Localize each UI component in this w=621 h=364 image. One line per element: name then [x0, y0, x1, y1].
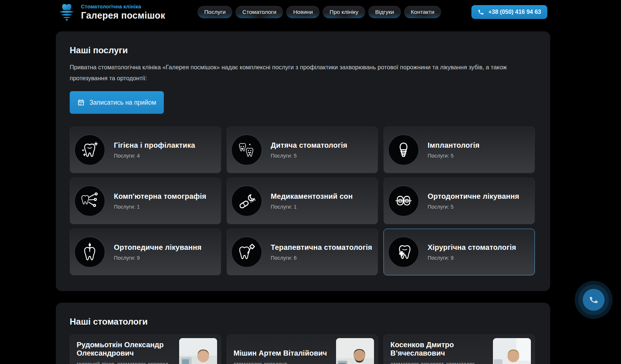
doctor-name: Мішин Артем Віталійович [234, 341, 333, 357]
service-count: Послуги: 1 [271, 204, 353, 210]
services-grid: Гігієна і профілактика Послуги: 4 Дитяча… [70, 127, 536, 275]
service-count: Послуги: 5 [271, 153, 347, 159]
phone-icon [588, 294, 599, 305]
implant-icon [389, 135, 418, 165]
clinic-logo-icon [58, 3, 76, 21]
main-nav: Послуги Стоматологи Новини Про клініку В… [197, 6, 441, 18]
logo[interactable]: Стоматологічна клініка Галерея посмішок [58, 3, 165, 21]
nav-item-contacts[interactable]: Контакти [404, 6, 441, 18]
tooth-drill-icon [232, 237, 262, 267]
logo-title: Галерея посмішок [81, 10, 165, 21]
floating-call-button[interactable] [575, 281, 613, 319]
doctor-role: головний лікар, стоматолог-ортопед, [77, 360, 174, 364]
doctor-role: стоматолог-терапевт, стоматолог- [390, 360, 488, 364]
service-title: Терапевтична стоматологія [271, 243, 372, 252]
service-card-orthopedic[interactable]: Ортопедичне лікування Послуги: 9 [70, 229, 221, 275]
nav-item-news[interactable]: Новини [286, 6, 320, 18]
service-count: Послуги: 9 [114, 255, 201, 261]
calendar-icon [77, 99, 85, 106]
logo-subtitle: Стоматологічна клініка [81, 4, 165, 9]
phone-icon [478, 9, 484, 15]
service-count: Послуги: 9 [428, 255, 516, 261]
service-card-kids[interactable]: Дитяча стоматологія Послуги: 5 [227, 127, 378, 173]
service-card-hygiene[interactable]: Гігієна і профілактика Послуги: 4 [70, 127, 221, 173]
doctors-section-title: Наші стоматологи [70, 303, 536, 327]
service-count: Послуги: 5 [428, 153, 479, 159]
service-title: Хірургічна стоматологія [428, 243, 516, 252]
nav-item-services[interactable]: Послуги [197, 6, 233, 18]
header-phone-number: +38 (050) 416 94 63 [488, 9, 541, 15]
braces-icon [389, 186, 418, 216]
tooth-sparkles-icon [75, 135, 105, 165]
floating-call-inner [583, 289, 605, 311]
doctor-card[interactable]: Мішин Артем Віталійович стоматолог-ортод… [227, 334, 378, 364]
header: Стоматологічна клініка Галерея посмішок … [0, 0, 621, 24]
service-title: Дитяча стоматологія [271, 141, 347, 150]
services-description: Приватна стоматологічна клініка «Галерея… [70, 62, 526, 84]
doctor-photo [336, 338, 374, 364]
tooth-network-icon [75, 186, 105, 216]
service-title: Гігієна і профілактика [114, 141, 195, 150]
doctor-photo [493, 338, 531, 364]
service-count: Послуги: 4 [114, 153, 195, 159]
doctor-card[interactable]: Рудомьоткін Олександр Олександрович голо… [70, 334, 221, 364]
service-card-surgical[interactable]: Хірургічна стоматологія Послуги: 9 [383, 229, 535, 275]
service-count: Послуги: 6 [271, 255, 372, 261]
nav-item-reviews[interactable]: Відгуки [368, 6, 401, 18]
tooth-endo-file-icon [75, 237, 105, 267]
service-count: Послуги: 1 [114, 204, 206, 210]
service-title: Ортопедичне лікування [114, 243, 201, 252]
header-phone-button[interactable]: +38 (050) 416 94 63 [471, 5, 547, 19]
appointment-button-label: Записатись на прийом [89, 99, 156, 107]
service-count: Послуги: 5 [428, 204, 519, 210]
service-title: Ортодонтичне лікування [428, 192, 519, 201]
doctor-name: Косенков Дмитро В’ячеславович [390, 341, 490, 357]
doctor-role: стоматолог-ортодонт [234, 360, 331, 364]
doctors-section: Наші стоматологи Рудомьоткін Олександр О… [56, 303, 550, 364]
kids-teeth-icon [232, 135, 262, 165]
service-card-ct[interactable]: Комп'ютерна томографія Послуги: 1 [70, 178, 221, 224]
service-card-sedation[interactable]: Медикаментозний сон Послуги: 1 [227, 178, 378, 224]
service-title: Медикаментозний сон [271, 192, 353, 201]
doctors-grid: Рудомьоткін Олександр Олександрович голо… [70, 334, 536, 364]
appointment-button[interactable]: Записатись на прийом [70, 91, 164, 114]
services-section-title: Наші послуги [70, 31, 536, 55]
service-title: Комп'ютерна томографія [114, 192, 206, 201]
service-card-therapeutic[interactable]: Терапевтична стоматологія Послуги: 6 [227, 229, 378, 275]
services-section: Наші послуги Приватна стоматологічна клі… [56, 31, 550, 291]
doctor-photo [179, 338, 217, 364]
service-card-implantology[interactable]: Імплантологія Послуги: 5 [383, 127, 535, 173]
service-card-orthodontics[interactable]: Ортодонтичне лікування Послуги: 5 [383, 178, 535, 224]
nav-item-about[interactable]: Про клініку [323, 6, 365, 18]
floating-call-ring [578, 284, 609, 315]
doctor-card[interactable]: Косенков Дмитро В’ячеславович стоматолог… [383, 334, 535, 364]
service-title: Імплантологія [428, 141, 479, 150]
nav-item-dentists[interactable]: Стоматологи [235, 6, 283, 18]
doctor-name: Рудомьоткін Олександр Олександрович [77, 341, 176, 357]
sedation-pill-icon [232, 186, 262, 216]
tooth-cross-icon [389, 237, 418, 267]
